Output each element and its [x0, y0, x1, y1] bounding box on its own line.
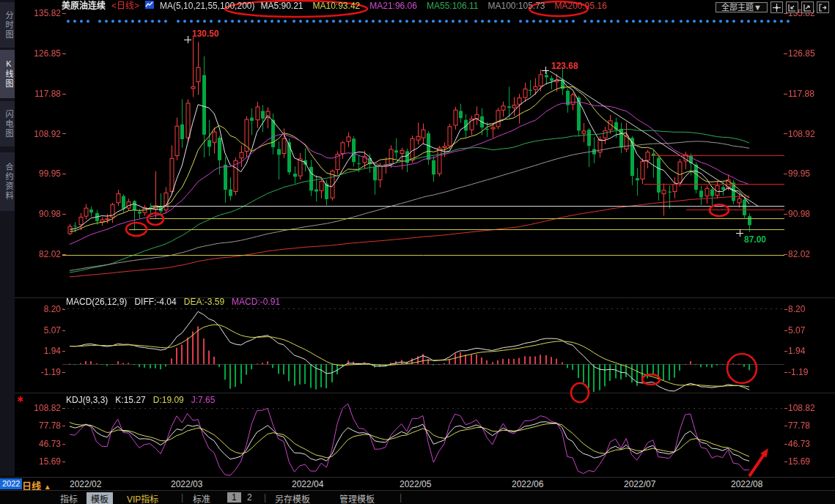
price-annotation: 130.50	[192, 29, 219, 39]
kdj-header: KDJ(9,3,3)K:15.27D:19.09J:7.65	[66, 396, 229, 405]
year-chip: 2022	[0, 478, 22, 489]
ma-value: MA100:105.73	[488, 1, 545, 11]
axis-label: 77.78	[19, 420, 61, 431]
toolbar-separator: |	[181, 492, 183, 503]
sidebar-tab-2[interactable]: K线图	[0, 50, 15, 98]
period-tag: <日线>	[111, 1, 139, 11]
price-annotation: 87.00	[744, 234, 766, 245]
price-annotation: 123.68	[551, 61, 578, 71]
macd-values: DIFF:-4.04DEA:-3.59MACD:-0.91	[134, 297, 287, 307]
macd-value: DIFF:-4.04	[134, 297, 176, 307]
kdj-title: KDJ(9,3,3)	[66, 395, 108, 405]
date-label: 2022/04	[292, 479, 323, 489]
sidebar-tab-1[interactable]: 分时图	[0, 2, 15, 48]
axis-label: 117.88	[19, 89, 61, 99]
axis-label: 126.85	[19, 48, 61, 59]
date-label: 2022/07	[624, 479, 655, 489]
axis-label: -1.19	[19, 367, 61, 377]
sidebar: 分时图K线图闪电图合约资料	[0, 0, 15, 476]
axis-label: 99.95	[19, 168, 61, 179]
macd-title: MACD(26,12,9)	[66, 297, 127, 307]
toolbar-separator: |	[264, 492, 266, 503]
axis-label: 90.98	[788, 209, 810, 219]
indicator-icon	[145, 1, 154, 11]
compress-chart-icon[interactable]	[786, 1, 798, 13]
axis-label: 82.02	[788, 249, 810, 259]
date-axis: 2022 日线 ▲ 2022/022022/032022/042022/0520…	[0, 477, 835, 491]
axis-label: 108.92	[788, 129, 815, 139]
ma-legend: MA5:90.21MA10:93.42MA21:96.06MA55:106.11…	[260, 1, 616, 11]
expand-chart-icon[interactable]	[801, 1, 814, 13]
axis-label: 117.88	[788, 89, 814, 99]
chart-canvas[interactable]	[0, 0, 835, 504]
app-window: 分时图K线图闪电图合约资料 美原油连续<日线>MA(5,10,21,55,100…	[0, 0, 835, 504]
header-controls: 全部主题▼	[716, 1, 829, 13]
macd-value: DEA:-3.59	[184, 297, 224, 307]
kdj-value: K:15.27	[115, 395, 145, 405]
footer-tab-3[interactable]: VIP指标	[127, 492, 158, 504]
footer-tab-1[interactable]: 指标	[60, 492, 78, 504]
ma-value: MA55:106.11	[427, 1, 479, 11]
symbol-title: 美原油连续	[62, 1, 106, 11]
ma-value: MA200:95.16	[555, 1, 607, 11]
axis-label: 8.20	[19, 304, 61, 314]
axis-label: 82.02	[19, 249, 61, 259]
ma-value: MA10:93.42	[313, 1, 361, 11]
macd-value: MACD:-0.91	[232, 297, 280, 307]
axis-label: 99.95	[788, 168, 810, 179]
ma-group-label: MA(5,10,21,55,100,200)	[160, 1, 254, 11]
axis-label: 8.20	[788, 304, 805, 314]
sidebar-tab-3[interactable]: 闪电图	[0, 101, 15, 147]
axis-label: -1.19	[788, 367, 808, 377]
ma-value: MA5:90.21	[260, 1, 303, 11]
axis-label: 46.73	[788, 439, 810, 449]
axis-label: 90.98	[19, 209, 61, 219]
ma-value: MA21:96.06	[369, 1, 417, 11]
footer-tab-5[interactable]: 标准	[193, 492, 210, 504]
axis-label: 15.69	[788, 456, 810, 467]
pop-out-icon[interactable]	[817, 1, 829, 13]
date-label: 2022/08	[731, 479, 762, 489]
footer-tab-6[interactable]: 1	[227, 492, 241, 503]
axis-label: 126.85	[788, 48, 815, 59]
date-label: 2022/03	[171, 479, 202, 489]
date-label: 2022/02	[70, 479, 101, 489]
toolbar-separator: |	[400, 492, 402, 503]
footer-tab-10[interactable]: 管理模板	[339, 492, 375, 504]
sidebar-tab-4[interactable]: 合约资料	[0, 152, 15, 211]
footer-toolbar: 指标模板VIP指标|标准12|另存模板管理模板|	[0, 490, 835, 504]
axis-label: 135.82	[19, 8, 61, 18]
axis-label: 108.82	[788, 403, 815, 413]
crosshair-icon[interactable]	[770, 1, 783, 13]
theme-dropdown-button[interactable]: 全部主题▼	[716, 2, 768, 12]
footer-tab-9[interactable]: 另存模板	[275, 492, 310, 504]
axis-label: 1.94	[788, 346, 805, 356]
kdj-value: J:7.65	[191, 395, 216, 405]
footer-tab-2[interactable]: 模板	[87, 492, 113, 504]
axis-label: 77.78	[788, 420, 810, 431]
date-label: 2022/06	[512, 479, 543, 489]
axis-label: 46.73	[19, 439, 61, 449]
footer-tab-7[interactable]: 2	[247, 492, 252, 503]
axis-label: 108.92	[19, 129, 61, 139]
kdj-values: K:15.27D:19.09J:7.65	[115, 395, 222, 405]
kdj-value: D:19.09	[153, 395, 184, 405]
axis-label: 5.07	[788, 325, 805, 336]
axis-label: 15.69	[19, 456, 61, 467]
axis-label: 1.94	[19, 346, 61, 356]
macd-header: MACD(26,12,9)DIFF:-4.04DEA:-3.59MACD:-0.…	[66, 297, 295, 307]
axis-label: 5.07	[19, 325, 61, 336]
date-label: 2022/05	[400, 479, 431, 489]
chart-header: 美原油连续<日线>MA(5,10,21,55,100,200)MA5:90.21…	[62, 1, 622, 11]
axis-label: 108.82	[19, 403, 61, 413]
